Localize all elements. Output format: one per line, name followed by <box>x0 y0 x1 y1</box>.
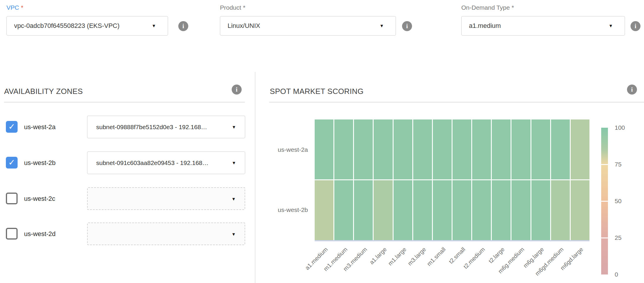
heatmap-cell <box>413 180 432 240</box>
zone-checkbox[interactable]: ✓ <box>6 157 18 169</box>
heatmap-cell <box>433 180 452 240</box>
heatmap-y-axis: us-west-2aus-west-2b <box>246 119 308 240</box>
ondemand-type-select-value: a1.medium <box>469 16 501 35</box>
zone-checkbox[interactable] <box>6 193 18 204</box>
heatmap-cell <box>492 119 511 179</box>
spot-configuration-page: VPC* vpc-0adcb70f645508223 (EKS-VPC) ▼ i… <box>0 0 644 283</box>
colorbar-tick-gap <box>601 164 608 165</box>
subnet-select-value: subnet-09888f7be5152d0e3 - 192.168… <box>96 116 207 138</box>
zone-label: us-west-2a <box>24 116 56 138</box>
availability-zones-info-icon[interactable]: i <box>232 85 242 95</box>
heatmap-cell <box>354 180 373 240</box>
az-row-us-west-2c: us-west-2c ▼ <box>0 187 252 210</box>
heatmap-cell <box>531 119 550 179</box>
heatmap-cell <box>453 119 471 179</box>
heatmap <box>315 119 589 240</box>
heatmap-cell <box>571 180 589 240</box>
az-row-us-west-2b: ✓ us-west-2b subnet-091c603aa82e09453 - … <box>0 151 252 174</box>
heatmap-cell <box>551 119 570 179</box>
product-label: Product* <box>220 4 245 11</box>
colorbar-tick-label: 75 <box>615 161 635 168</box>
az-row-us-west-2a: ✓ us-west-2a subnet-09888f7be5152d0e3 - … <box>0 116 252 138</box>
heatmap-cell <box>571 119 589 179</box>
colorbar-tick-gap <box>601 237 608 238</box>
heatmap-cell <box>433 119 452 179</box>
heatmap-cell <box>511 180 530 240</box>
heatmap-cell <box>334 180 353 240</box>
subnet-select[interactable]: subnet-09888f7be5152d0e3 - 192.168… ▼ <box>87 116 245 138</box>
subnet-select[interactable]: ▼ <box>87 223 245 245</box>
ondemand-type-select[interactable]: a1.medium ▼ <box>461 16 625 36</box>
colorbar-tick-gap <box>601 201 608 202</box>
subnet-select-value: subnet-091c603aa82e09453 - 192.168… <box>96 152 209 174</box>
required-asterisk: * <box>243 4 245 11</box>
ondemand-info-icon[interactable]: i <box>631 21 640 31</box>
spot-market-divider <box>269 102 644 102</box>
zone-checkbox[interactable]: ✓ <box>6 121 18 133</box>
heatmap-cell <box>374 119 392 179</box>
ondemand-type-label-text: On-Demand Type <box>461 4 510 11</box>
zone-checkbox[interactable] <box>6 228 18 240</box>
subnet-select[interactable]: subnet-091c603aa82e09453 - 192.168… ▼ <box>87 151 245 174</box>
heatmap-cell <box>472 119 491 179</box>
subnet-select[interactable]: ▼ <box>87 187 245 210</box>
heatmap-cell <box>492 180 511 240</box>
vpc-label-text: VPC <box>6 4 19 11</box>
chevron-down-icon: ▼ <box>379 16 384 35</box>
required-asterisk: * <box>511 4 514 11</box>
heatmap-cell <box>551 180 570 240</box>
heatmap-cell <box>394 119 412 179</box>
colorbar-tick-label: 25 <box>615 234 635 242</box>
zone-label: us-west-2b <box>24 151 56 174</box>
zone-label: us-west-2d <box>24 223 56 245</box>
heatmap-cell <box>394 180 412 240</box>
heatmap-cell <box>472 180 491 240</box>
ondemand-type-label: On-Demand Type* <box>461 4 514 11</box>
colorbar-tick-label: 50 <box>615 197 635 205</box>
heatmap-cell <box>315 180 333 240</box>
vpc-info-icon[interactable]: i <box>178 21 188 31</box>
az-row-us-west-2d: us-west-2d ▼ <box>0 223 252 245</box>
product-label-text: Product <box>220 4 241 11</box>
availability-zones-title: AVAILABILITY ZONES <box>4 87 83 96</box>
heatmap-cell <box>413 119 432 179</box>
chevron-down-icon: ▼ <box>232 152 236 174</box>
heatmap-y-label: us-west-2b <box>246 180 308 240</box>
chevron-down-icon: ▼ <box>152 16 156 35</box>
chevron-down-icon: ▼ <box>231 188 236 210</box>
product-select[interactable]: Linux/UNIX ▼ <box>220 16 396 36</box>
required-asterisk: * <box>21 4 23 11</box>
heatmap-cell <box>511 119 530 179</box>
heatmap-x-label: a1.medium <box>289 246 329 283</box>
zone-label: us-west-2c <box>24 187 55 210</box>
heatmap-cell <box>354 119 373 179</box>
chevron-down-icon: ▼ <box>231 223 236 245</box>
vpc-select-value: vpc-0adcb70f645508223 (EKS-VPC) <box>14 16 120 35</box>
heatmap-cell <box>453 180 471 240</box>
chevron-down-icon: ▼ <box>232 116 236 138</box>
vpc-label: VPC* <box>6 4 23 11</box>
heatmap-cell <box>531 180 550 240</box>
vpc-select[interactable]: vpc-0adcb70f645508223 (EKS-VPC) ▼ <box>6 16 168 36</box>
heatmap-cell <box>334 119 353 179</box>
product-info-icon[interactable]: i <box>402 21 412 31</box>
spot-market-title: SPOT MARKET SCORING <box>270 87 364 96</box>
colorbar-tick-label: 0 <box>615 271 635 278</box>
colorbar-tick-label: 100 <box>615 124 635 132</box>
heatmap-baseline <box>315 240 589 241</box>
availability-zones-divider <box>4 102 245 102</box>
heatmap-cell <box>374 180 392 240</box>
spot-market-info-icon[interactable]: i <box>627 85 637 95</box>
product-select-value: Linux/UNIX <box>228 16 260 35</box>
heatmap-y-label: us-west-2a <box>246 119 308 180</box>
heatmap-cell <box>315 119 333 179</box>
chevron-down-icon: ▼ <box>609 16 613 35</box>
